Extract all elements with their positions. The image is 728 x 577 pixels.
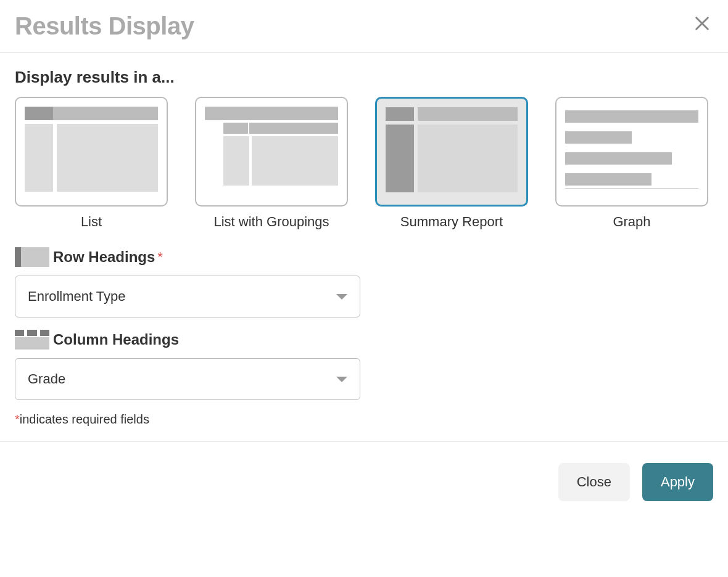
list-groupings-preview-icon [195,97,348,207]
row-headings-label-row: Row Headings* [15,247,713,267]
close-icon[interactable] [691,12,713,38]
display-options-row: List List with Groupings [15,97,713,230]
required-star-icon: * [157,249,163,265]
row-headings-section: Row Headings* Enrollment Type [15,247,713,317]
column-headings-label: Column Headings [53,331,179,348]
column-headings-value: Grade [28,371,65,387]
modal-header: Results Display [0,0,728,53]
modal-footer: Close Apply [0,441,728,522]
modal-title: Results Display [15,12,194,40]
column-headings-section: Column Headings Grade [15,330,713,400]
option-summary-report[interactable]: Summary Report [375,97,528,230]
required-note: *indicates required fields [15,412,713,427]
option-summary-label: Summary Report [400,214,503,230]
close-button[interactable]: Close [558,463,630,501]
row-headings-icon [15,247,49,267]
graph-preview-icon [555,97,708,207]
required-note-star: * [15,412,20,426]
option-list-groupings[interactable]: List with Groupings [195,97,348,230]
chevron-down-icon [336,377,347,382]
chevron-down-icon [336,294,347,300]
column-headings-icon [15,330,49,350]
required-note-text: indicates required fields [20,412,149,426]
option-graph-label: Graph [613,214,650,230]
column-headings-label-row: Column Headings [15,330,713,350]
row-headings-value: Enrollment Type [28,288,126,305]
option-list[interactable]: List [15,97,168,230]
row-headings-select[interactable]: Enrollment Type [15,276,360,317]
list-preview-icon [15,97,168,207]
column-headings-select[interactable]: Grade [15,358,360,400]
display-intro: Display results in a... [15,68,713,87]
row-headings-label: Row Headings [53,248,155,266]
option-graph[interactable]: Graph [555,97,708,230]
modal-body: Display results in a... List [0,53,728,441]
results-display-modal: Results Display Display results in a... … [0,0,728,522]
summary-preview-icon [375,97,528,207]
apply-button[interactable]: Apply [642,463,713,501]
option-list-label: List [81,214,102,230]
option-list-groupings-label: List with Groupings [213,214,329,230]
